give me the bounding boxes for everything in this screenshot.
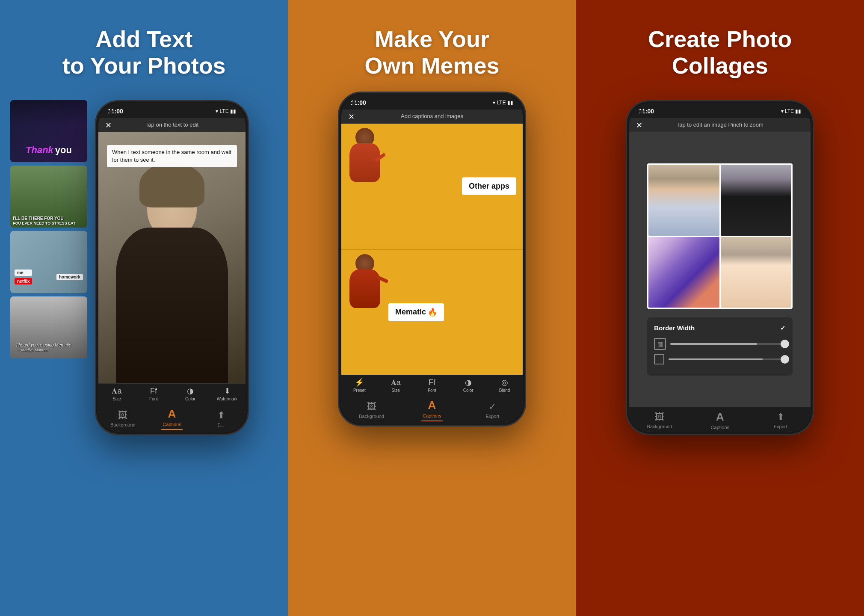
tool-captions-1[interactable]: A Captions xyxy=(157,407,187,430)
tool-background-2[interactable]: 🖼Background xyxy=(357,401,387,419)
tool-font-2[interactable]: FfFont xyxy=(419,378,445,393)
slider-track-1[interactable] xyxy=(670,343,786,345)
tool-font[interactable]: FfFont xyxy=(141,387,166,401)
status-icons-3: ▾ LTE ▮▮ xyxy=(781,108,802,114)
drake-approve-figure xyxy=(348,254,382,318)
border-width-label: Border Width xyxy=(654,324,695,332)
tool-export-1[interactable]: ⬆E... xyxy=(206,410,236,427)
tool-background-3[interactable]: 🖼Background xyxy=(645,412,675,429)
slider-row-1: ▦ xyxy=(654,338,786,350)
thumbnail-3: me netflix homework xyxy=(10,231,87,293)
homework-chip: homework xyxy=(56,274,83,280)
close-btn-2[interactable]: ✕ xyxy=(348,112,355,121)
tool-color[interactable]: ◑Color xyxy=(178,386,203,401)
status-bar-3: 11:00 ▾ LTE ▮▮ xyxy=(629,104,811,118)
nav-title-3: Tap to edit an image Pinch to zoom xyxy=(677,121,763,129)
phone-2: 11:00 ▾ LTE ▮▮ ✕ Add captions and images xyxy=(338,92,526,426)
slider-fill-2 xyxy=(669,358,762,360)
panel-make-memes: Make Your Own Memes 11:00 ▾ LTE ▮▮ ✕ Add… xyxy=(288,0,576,616)
nav-bar-3: ✕ Tap to edit an image Pinch to zoom xyxy=(629,118,811,132)
panel-create-collages: Create Photo Collages 11:00 ▾ LTE ▮▮ ✕ T… xyxy=(576,0,864,616)
tool-captions-2[interactable]: A Captions xyxy=(417,399,447,421)
nav-bar-1: ✕ Tap on the text to edit xyxy=(98,118,246,132)
border-title-row: Border Width ✓ xyxy=(654,324,786,332)
toolbar-bottom-2: 🖼Background A Captions ✓Export xyxy=(341,395,523,423)
status-icons-1: ▾ LTE ▮▮ xyxy=(216,108,236,114)
toolbar-bottom-1: 🖼Background A Captions ⬆E... xyxy=(98,404,246,432)
close-btn-3[interactable]: ✕ xyxy=(636,121,642,130)
thumbnail-1: Thank you xyxy=(10,100,87,162)
slider-track-2[interactable] xyxy=(669,358,786,360)
close-btn-1[interactable]: ✕ xyxy=(105,121,112,130)
check-icon[interactable]: ✓ xyxy=(780,324,786,332)
tool-color-2[interactable]: ◑Color xyxy=(456,378,481,393)
netflix-chip: netflix xyxy=(15,278,32,284)
collage-content: Border Width ✓ ▦ xyxy=(629,132,811,407)
panel3-title: Create Photo Collages xyxy=(648,26,792,79)
tool-watermark[interactable]: ⬇Watermark xyxy=(214,386,240,401)
thumb4-text: I heard you're using Mematic — Marilyn M… xyxy=(14,340,84,355)
other-apps-label: Other apps xyxy=(462,178,516,195)
tool-preset[interactable]: ⚡Preset xyxy=(346,378,372,393)
collage-cell-2[interactable] xyxy=(721,165,792,236)
thumbnail-4: I heard you're using Mematic — Marilyn M… xyxy=(10,296,87,358)
tool-blend[interactable]: ◎Blend xyxy=(492,378,518,393)
collage-cell-1[interactable] xyxy=(648,165,719,236)
meme-text-box: When I text someone in the same room and… xyxy=(107,145,237,167)
collage-cell-4[interactable] xyxy=(721,237,792,308)
thumbnails-column: Thank you I'LL BE THERE FOR YOU FOU EVER… xyxy=(10,100,87,358)
tools-top-2: ⚡Preset 𝐀aSize FfFont ◑Color ◎Blend xyxy=(341,375,523,395)
tool-export-2[interactable]: ✓Export xyxy=(477,401,507,419)
tools-top-1: 𝐀aSize FfFont ◑Color ⬇Watermark xyxy=(98,383,246,404)
collage-grid xyxy=(647,163,793,309)
hat-shape xyxy=(139,163,204,208)
nav-title-2: Add captions and images xyxy=(401,113,463,120)
person-3-image xyxy=(648,237,719,308)
slider-thumb-2[interactable] xyxy=(781,355,789,364)
status-bar-1: 11:00 ▾ LTE ▮▮ xyxy=(98,104,246,118)
mematic-label: Mematic🔥 xyxy=(388,303,444,321)
nav-bar-2: ✕ Add captions and images xyxy=(341,110,523,124)
collage-cell-3[interactable] xyxy=(648,237,719,308)
border-icon-2 xyxy=(654,354,664,364)
body-shape xyxy=(116,228,228,383)
thumbnail-2: I'LL BE THERE FOR YOU FOU EVER NEED TO S… xyxy=(10,166,87,228)
meme-text: When I text someone in the same room and… xyxy=(112,149,231,163)
person-4-image xyxy=(721,237,792,308)
border-icon-1: ▦ xyxy=(654,338,666,350)
panel-add-text: Add Text to Your Photos Thank you xyxy=(0,0,288,616)
person-2-image xyxy=(721,165,792,236)
person-1-image xyxy=(648,165,719,236)
woman-portrait: When I text someone in the same room and… xyxy=(98,132,246,383)
tool-size[interactable]: 𝐀aSize xyxy=(104,387,130,401)
slider-thumb-1[interactable] xyxy=(781,340,789,348)
phone-screen-3: Border Width ✓ ▦ xyxy=(629,132,811,432)
tool-captions-3[interactable]: A Captions xyxy=(705,410,735,430)
panel2-title: Make Your Own Memes xyxy=(364,26,499,79)
status-icons-2: ▾ LTE ▮▮ xyxy=(493,100,513,106)
slider-row-2 xyxy=(654,354,786,364)
phone-screen-1: When I text someone in the same room and… xyxy=(98,132,246,432)
phone-1: 11:00 ▾ LTE ▮▮ ✕ Tap on the text to edit xyxy=(95,100,249,435)
status-bar-2: 11:00 ▾ LTE ▮▮ xyxy=(341,95,523,110)
tool-background-1[interactable]: 🖼Background xyxy=(108,410,138,427)
tool-size-2[interactable]: 𝐀aSize xyxy=(383,378,408,393)
phone-screen-2: Other apps Mematic� xyxy=(341,124,523,423)
toolbar-bottom-3: 🖼Background A Captions ⬆Export xyxy=(629,407,811,432)
phone-3: 11:00 ▾ LTE ▮▮ ✕ Tap to edit an image Pi… xyxy=(626,100,814,435)
panel1-title: Add Text to Your Photos xyxy=(62,26,226,79)
drake-reject-figure xyxy=(348,128,382,192)
me-chip: me xyxy=(15,270,32,276)
nav-title-1: Tap on the text to edit xyxy=(145,121,198,129)
slider-fill-1 xyxy=(670,343,757,345)
tool-export-3[interactable]: ⬆Export xyxy=(766,412,796,429)
border-controls: Border Width ✓ ▦ xyxy=(647,317,793,376)
thumb2-text: I'LL BE THERE FOR YOU FOU EVER NEED TO S… xyxy=(10,214,87,228)
